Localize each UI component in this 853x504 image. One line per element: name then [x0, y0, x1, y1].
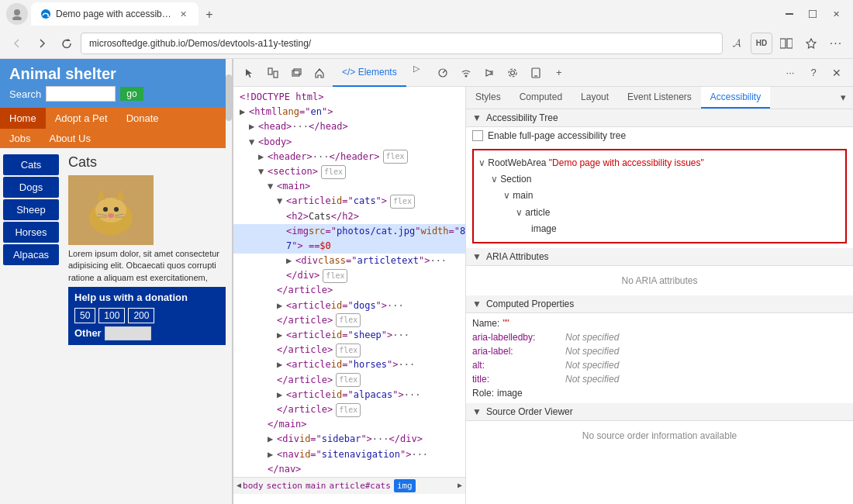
tab-close-btn[interactable]: ✕ — [177, 8, 189, 20]
computed-props-header[interactable]: ▼ Computed Properties — [466, 295, 853, 313]
dt-3d-icon[interactable] — [286, 63, 306, 83]
breadcrumb-section[interactable]: section — [267, 479, 302, 493]
hd-icon[interactable]: HD — [751, 33, 772, 54]
tree-article-close[interactable]: </article> — [233, 283, 465, 298]
a11y-section[interactable]: ∨ Section — [478, 171, 841, 188]
a11y-image[interactable]: image — [478, 221, 841, 237]
maximize-btn[interactable] — [802, 3, 824, 25]
tree-section[interactable]: ▼ <section> flex — [233, 164, 465, 179]
scroll-thumb[interactable] — [226, 74, 232, 121]
favorites-icon[interactable] — [800, 33, 822, 54]
dt-console-icon[interactable]: ▷ — [406, 59, 427, 79]
other-amount-input[interactable] — [105, 326, 151, 340]
dt-add-icon[interactable]: + — [549, 63, 569, 83]
dt-device-icon[interactable] — [526, 63, 546, 83]
more-btn[interactable]: ··· — [825, 33, 847, 54]
tab-computed[interactable]: Computed — [510, 87, 572, 109]
tab-layout[interactable]: Layout — [572, 87, 618, 109]
dt-sources-icon[interactable] — [479, 63, 499, 83]
aria-section-header[interactable]: ▼ ARIA Attributes — [466, 248, 853, 266]
tree-div-articletext[interactable]: ▶ <div class =" articletext "> ··· — [233, 254, 465, 268]
a11y-main[interactable]: ∨ main — [478, 188, 841, 204]
a11y-root[interactable]: ∨ RootWebArea "Demo page with accessibil… — [478, 155, 841, 171]
breadcrumb-left-arrow[interactable]: ◀ — [237, 479, 241, 492]
tree-article-cats[interactable]: ▼ <article id =" cats "> flex — [233, 194, 465, 209]
breadcrumb-right-arrow[interactable]: ▶ — [458, 479, 462, 492]
dt-home-icon[interactable] — [309, 63, 330, 83]
amount-200[interactable]: 200 — [128, 308, 154, 323]
refresh-btn[interactable] — [56, 33, 78, 54]
tree-article-dogs[interactable]: ▶ <article id =" dogs "> ··· — [233, 299, 465, 313]
amount-100[interactable]: 100 — [98, 308, 125, 323]
sidebar-alpacas[interactable]: Alpacas — [3, 244, 59, 265]
amount-50[interactable]: 50 — [74, 308, 95, 323]
a11y-article[interactable]: ∨ article — [478, 205, 841, 221]
sidebar-dogs[interactable]: Dogs — [3, 177, 59, 198]
nav-jobs[interactable]: Jobs — [0, 129, 40, 148]
dt-inspect-icon[interactable] — [263, 63, 283, 83]
tree-article-sheep-close[interactable]: </article> flex — [233, 343, 465, 357]
tree-h2-cats[interactable]: <h2> Cats </h2> — [233, 209, 465, 224]
back-btn[interactable] — [6, 33, 28, 54]
tree-img[interactable]: <img src =" photos/cat.jpg " width =" 84… — [233, 224, 465, 239]
minimize-btn[interactable] — [779, 3, 800, 25]
enable-checkbox[interactable] — [472, 130, 483, 141]
close-btn[interactable]: ✕ — [825, 3, 847, 25]
source-order-header[interactable]: ▼ Source Order Viewer — [466, 403, 853, 421]
breadcrumb-body[interactable]: body — [243, 479, 264, 493]
tree-head[interactable]: ▶ <head> ··· </head> — [233, 119, 465, 134]
tree-div-close[interactable]: </div> flex — [233, 268, 465, 283]
html-tree[interactable]: <!DOCTYPE html> ▶ <html lang =" en "> ▶ … — [233, 87, 466, 504]
tree-doctype[interactable]: <!DOCTYPE html> — [233, 90, 465, 105]
breadcrumb-img[interactable]: img — [394, 479, 416, 493]
dt-close-btn[interactable]: ✕ — [827, 63, 847, 83]
tree-article-horses-close[interactable]: </article> flex — [233, 373, 465, 388]
dt-settings-icon[interactable] — [502, 63, 523, 83]
search-go-btn[interactable]: go — [120, 87, 143, 101]
nav-adopt[interactable]: Adopt a Pet — [46, 108, 117, 129]
tab-accessibility[interactable]: Accessibility — [701, 87, 770, 109]
sidebar-sheep[interactable]: Sheep — [3, 199, 59, 220]
sidebar-cats[interactable]: Cats — [3, 154, 59, 175]
read-aloud-icon[interactable]: 𝓐 — [726, 33, 748, 54]
address-bar[interactable]: microsoftedge.github.io/Demos/devtools-a… — [81, 33, 723, 54]
nav-donate[interactable]: Donate — [117, 108, 168, 129]
tree-nav-close[interactable]: </nav> — [233, 462, 465, 477]
sidebar-horses[interactable]: Horses — [3, 222, 59, 243]
split-screen-icon[interactable] — [775, 33, 797, 54]
tree-article-alpacas-close[interactable]: </article> flex — [233, 402, 465, 417]
tree-img-cont[interactable]: 7 "> == $0 — [233, 239, 465, 254]
forward-btn[interactable] — [31, 33, 53, 54]
tree-main[interactable]: ▼ <main> — [233, 179, 465, 194]
active-tab[interactable]: Demo page with accessibility iss ✕ — [31, 2, 199, 26]
dt-help-icon[interactable]: ? — [803, 63, 824, 83]
tree-body[interactable]: ▼ <body> — [233, 135, 465, 150]
panel-more-btn[interactable]: ▾ — [833, 87, 853, 107]
dt-performance-icon[interactable] — [433, 63, 453, 83]
tree-html[interactable]: ▶ <html lang =" en "> — [233, 105, 465, 119]
preview-scrollbar[interactable] — [226, 59, 232, 504]
tree-sidebar[interactable]: ▶ <div id =" sidebar "> ··· </div> — [233, 432, 465, 447]
tab-styles[interactable]: Styles — [466, 87, 510, 109]
tree-nav[interactable]: ▶ <nav id =" sitenavigation "> ··· — [233, 447, 465, 462]
nav-about[interactable]: About Us — [40, 129, 99, 148]
search-input[interactable] — [46, 86, 116, 102]
dt-select-icon[interactable] — [240, 63, 260, 83]
tree-article-dogs-close[interactable]: </article> flex — [233, 313, 465, 328]
accessibility-tree-header[interactable]: ▼ Accessibility Tree — [466, 109, 853, 127]
profile-icon[interactable] — [6, 3, 28, 25]
dt-wifi-icon[interactable] — [456, 63, 476, 83]
svg-point-11 — [95, 198, 126, 223]
breadcrumb-main[interactable]: main — [306, 479, 326, 493]
tree-main-close[interactable]: </main> — [233, 417, 465, 432]
nav-home[interactable]: Home — [0, 108, 46, 129]
dt-more-icon[interactable]: ··· — [780, 63, 800, 83]
breadcrumb-article-cats[interactable]: article#cats — [329, 479, 390, 493]
tree-article-alpacas[interactable]: ▶ <article id =" alpacas "> ··· — [233, 388, 465, 402]
tab-event-listeners[interactable]: Event Listeners — [618, 87, 701, 109]
new-tab-btn[interactable]: + — [199, 4, 220, 26]
tree-article-horses[interactable]: ▶ <article id =" horses "> ··· — [233, 357, 465, 372]
dt-tab-elements[interactable]: </> Elements — [333, 59, 406, 87]
tree-header[interactable]: ▶ <header> ··· </header> flex — [233, 150, 465, 164]
tree-article-sheep[interactable]: ▶ <article id =" sheep "> ··· — [233, 328, 465, 343]
